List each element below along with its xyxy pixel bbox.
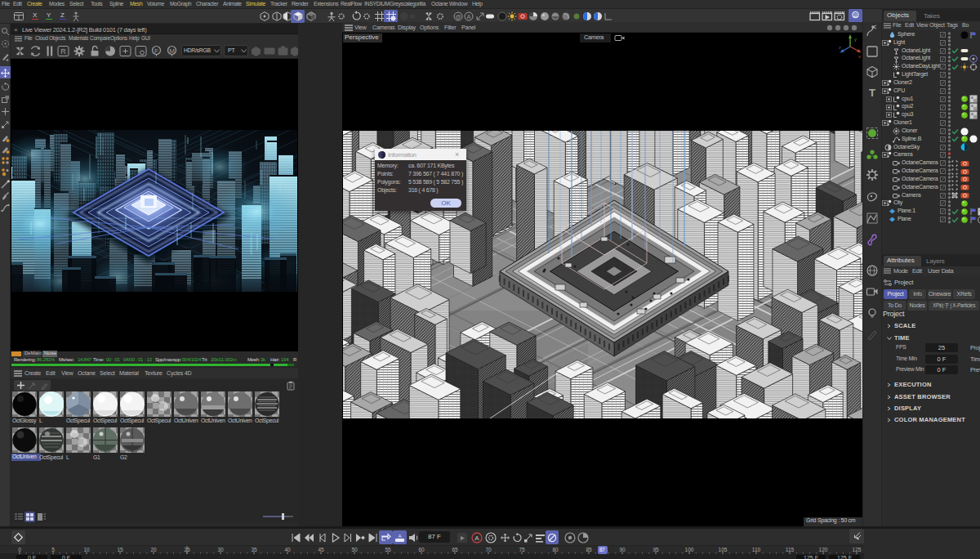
svg-text:T: T xyxy=(869,87,875,99)
svg-text:M: M xyxy=(169,47,175,55)
svg-text:F: F xyxy=(154,47,158,55)
svg-text:50: 50 xyxy=(351,547,358,552)
svg-text:15: 15 xyxy=(117,547,123,552)
svg-text:20: 20 xyxy=(150,547,157,552)
svg-text:125: 125 xyxy=(853,547,862,552)
svg-text:A: A xyxy=(467,14,471,20)
svg-text:55: 55 xyxy=(385,547,391,552)
svg-text:A: A xyxy=(474,534,479,542)
svg-text:40: 40 xyxy=(284,547,291,552)
svg-text:z: z xyxy=(839,45,841,50)
svg-text:70: 70 xyxy=(485,547,492,552)
svg-text:80: 80 xyxy=(552,547,559,552)
svg-text:30: 30 xyxy=(217,547,224,552)
svg-text:35: 35 xyxy=(251,547,257,552)
svg-text:x: x xyxy=(858,54,861,59)
svg-text:5: 5 xyxy=(51,547,55,552)
svg-text:110: 110 xyxy=(752,547,761,552)
svg-text:100: 100 xyxy=(685,547,694,552)
svg-text:105: 105 xyxy=(719,547,728,552)
svg-text:65: 65 xyxy=(452,547,458,552)
svg-text:60: 60 xyxy=(418,547,425,552)
svg-text:R: R xyxy=(60,47,66,56)
svg-text:@: @ xyxy=(853,12,858,17)
svg-text:45: 45 xyxy=(318,547,324,552)
svg-text:0: 0 xyxy=(18,547,21,552)
svg-text:y: y xyxy=(854,37,857,42)
svg-text:85: 85 xyxy=(586,547,592,552)
svg-text:115: 115 xyxy=(786,547,795,552)
svg-text:75: 75 xyxy=(519,547,525,552)
svg-text:95: 95 xyxy=(653,547,659,552)
svg-text:120: 120 xyxy=(819,547,828,552)
svg-text:@: @ xyxy=(455,14,461,20)
svg-text:A: A xyxy=(398,534,401,539)
svg-text:10: 10 xyxy=(83,547,90,552)
svg-text:90: 90 xyxy=(619,547,626,552)
